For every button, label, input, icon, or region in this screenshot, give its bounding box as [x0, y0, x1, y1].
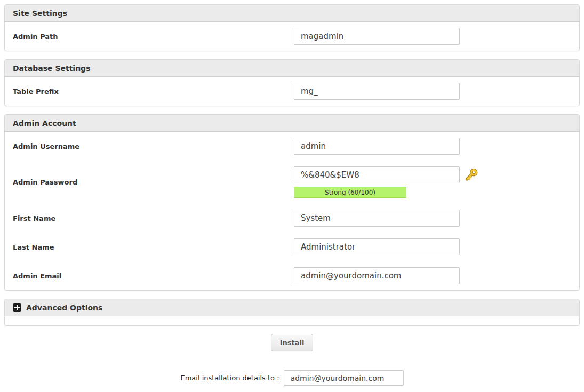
- advanced-options-collapsed-body: [5, 316, 579, 325]
- advanced-options-title: Advanced Options: [26, 303, 102, 312]
- admin-path-input[interactable]: [294, 28, 460, 45]
- password-strength-meter: Strong (60/100): [294, 187, 406, 198]
- admin-email-label: Admin Email: [13, 272, 294, 280]
- table-prefix-input[interactable]: [294, 83, 460, 100]
- admin-account-header: Admin Account: [5, 115, 579, 132]
- admin-password-label: Admin Password: [13, 178, 294, 186]
- generate-password-key-icon[interactable]: [465, 168, 478, 182]
- admin-password-input[interactable]: [294, 166, 460, 183]
- email-details-row: Email installation details to :: [4, 370, 580, 386]
- site-settings-header: Site Settings: [5, 5, 579, 22]
- admin-email-input[interactable]: [294, 267, 460, 284]
- admin-account-section: Admin Account Admin Username Admin Passw…: [4, 114, 580, 291]
- site-settings-section: Site Settings Admin Path: [4, 4, 580, 51]
- database-settings-title: Database Settings: [13, 64, 90, 73]
- password-strength-label: Strong (60/100): [325, 189, 375, 196]
- admin-path-label: Admin Path: [13, 33, 294, 41]
- email-details-label: Email installation details to :: [180, 374, 279, 382]
- first-name-label: First Name: [13, 214, 294, 222]
- install-button-area: Install: [4, 334, 580, 351]
- admin-path-row: Admin Path: [5, 22, 579, 51]
- site-settings-title: Site Settings: [13, 9, 67, 18]
- table-prefix-label: Table Prefix: [13, 87, 294, 95]
- email-details-input[interactable]: [284, 370, 404, 386]
- admin-username-row: Admin Username: [5, 132, 579, 161]
- expand-plus-icon[interactable]: [13, 303, 21, 312]
- admin-account-title: Admin Account: [13, 119, 76, 127]
- last-name-row: Last Name: [5, 233, 579, 261]
- advanced-options-toggle[interactable]: Advanced Options: [5, 299, 579, 316]
- database-settings-header: Database Settings: [5, 60, 579, 77]
- first-name-input[interactable]: [294, 210, 460, 227]
- admin-username-label: Admin Username: [13, 142, 294, 150]
- table-prefix-row: Table Prefix: [5, 77, 579, 106]
- last-name-label: Last Name: [13, 243, 294, 251]
- database-settings-section: Database Settings Table Prefix: [4, 59, 580, 106]
- admin-email-row: Admin Email: [5, 261, 579, 290]
- last-name-input[interactable]: [294, 238, 460, 255]
- installer-form: Site Settings Admin Path Database Settin…: [0, 0, 584, 390]
- install-button[interactable]: Install: [271, 334, 314, 351]
- admin-username-input[interactable]: [294, 138, 460, 155]
- admin-password-row: Admin Password: [5, 161, 579, 204]
- advanced-options-section: Advanced Options: [4, 299, 580, 326]
- first-name-row: First Name: [5, 204, 579, 233]
- admin-password-field: Strong (60/100): [294, 166, 478, 198]
